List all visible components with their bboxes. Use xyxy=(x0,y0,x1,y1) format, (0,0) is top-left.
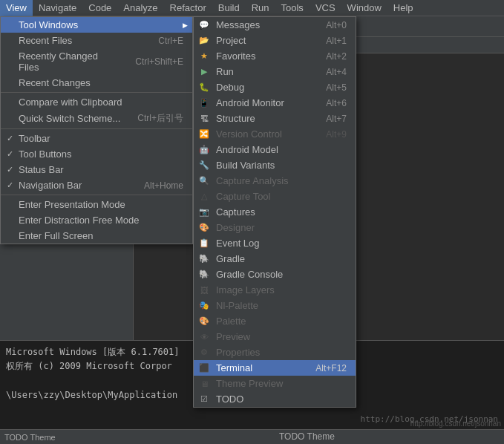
view-menu-tool-windows[interactable]: Tool Windows xyxy=(1,17,192,33)
tw-capture-tool[interactable]: △ Capture Tool xyxy=(194,189,356,204)
view-menu-presentation-mode[interactable]: Enter Presentation Mode xyxy=(1,197,192,212)
tw-image-layers-icon: 🖼 xyxy=(198,284,210,296)
tw-version-control[interactable]: 🔀 Version Control Alt+9 xyxy=(194,126,356,142)
status-text: TODO Theme xyxy=(4,433,56,442)
tw-terminal-icon: ⬛ xyxy=(198,362,210,374)
tw-favorites-shortcut: Alt+2 xyxy=(326,51,347,62)
menu-build[interactable]: Build xyxy=(212,0,246,16)
menu-vcs[interactable]: VCS xyxy=(310,0,341,16)
view-menu-recently-changed-label: Recently Changed Files xyxy=(19,50,120,73)
view-menu-sep3 xyxy=(1,195,192,195)
view-menu-compare-clipboard[interactable]: Compare with Clipboard xyxy=(1,94,192,110)
tw-messages-shortcut: Alt+0 xyxy=(326,20,347,30)
tw-terminal-shortcut: Alt+F12 xyxy=(315,363,347,373)
tw-android-monitor-shortcut: Alt+6 xyxy=(326,98,347,108)
tw-messages[interactable]: 💬 Messages Alt+0 xyxy=(194,17,356,33)
view-menu-navigation-bar[interactable]: Navigation Bar Alt+Home xyxy=(1,177,192,193)
menu-window[interactable]: Window xyxy=(341,0,387,16)
view-menu-recent-files-shortcut: Ctrl+E xyxy=(158,36,183,46)
tw-run[interactable]: ▶ Run Alt+4 xyxy=(194,64,356,79)
tw-capture-tool-icon: △ xyxy=(198,191,210,203)
tw-messages-icon: 💬 xyxy=(198,19,210,31)
tw-event-log-icon: 📋 xyxy=(198,238,210,249)
tw-designer-icon: 🎨 xyxy=(198,222,210,234)
tw-nl-palette-icon: 🎭 xyxy=(198,300,210,312)
tw-build-variants[interactable]: 🔧 Build Variants xyxy=(194,157,356,173)
view-menu-tool-windows-label: Tool Windows xyxy=(19,19,78,30)
tw-android-monitor-label: Android Monitor xyxy=(216,97,284,108)
tw-capture-tool-label: Capture Tool xyxy=(216,191,270,202)
view-menu-recently-changed[interactable]: Recently Changed Files Ctrl+Shift+E xyxy=(1,48,192,75)
menu-run[interactable]: Run xyxy=(246,0,275,16)
view-menu-distraction-free[interactable]: Enter Distraction Free Mode xyxy=(1,212,192,228)
view-menu-full-screen[interactable]: Enter Full Screen xyxy=(1,228,192,244)
tw-theme-preview[interactable]: 🖥 Theme Preview xyxy=(194,376,356,391)
tw-favorites[interactable]: ★ Favorites Alt+2 xyxy=(194,48,356,64)
view-menu-compare-clipboard-label: Compare with Clipboard xyxy=(19,97,122,108)
tw-palette-icon: 🎨 xyxy=(198,316,210,327)
tw-run-shortcut: Alt+4 xyxy=(326,67,347,77)
tw-structure-icon: 🏗 xyxy=(198,113,210,125)
tw-project-icon: 📂 xyxy=(198,35,210,47)
view-menu-toolbar-label: Toolbar xyxy=(19,133,50,144)
tw-android-model[interactable]: 🤖 Android Model xyxy=(194,142,356,157)
tw-gradle[interactable]: 🐘 Gradle xyxy=(194,251,356,267)
view-menu-dropdown: Tool Windows Recent Files Ctrl+E Recentl… xyxy=(0,16,193,244)
tw-structure-shortcut: Alt+7 xyxy=(326,114,347,124)
tw-android-monitor[interactable]: 📱 Android Monitor Alt+6 xyxy=(194,95,356,111)
tw-image-layers-label: Image Layers xyxy=(216,284,275,296)
view-menu-recently-changed-shortcut: Ctrl+Shift+E xyxy=(135,56,183,67)
menu-navigate[interactable]: Navigate xyxy=(33,0,82,16)
tw-debug-label: Debug xyxy=(216,82,244,93)
tw-captures[interactable]: 📷 Captures xyxy=(194,204,356,220)
tw-image-layers[interactable]: 🖼 Image Layers xyxy=(194,282,356,298)
tw-todo-icon: ☑ xyxy=(198,394,210,405)
tw-todo[interactable]: ☑ TODO xyxy=(194,391,356,407)
tw-android-model-icon: 🤖 xyxy=(198,144,210,156)
tw-designer[interactable]: 🎨 Designer xyxy=(194,220,356,235)
menu-tools[interactable]: Tools xyxy=(275,0,310,16)
tw-terminal-label: Terminal xyxy=(216,362,252,373)
tw-debug[interactable]: 🐛 Debug Alt+5 xyxy=(194,79,356,95)
view-menu-quick-switch[interactable]: Quick Switch Scheme... Ctrl+后引号 xyxy=(1,110,192,127)
status-bar: TODO Theme xyxy=(0,429,504,444)
tw-palette[interactable]: 🎨 Palette xyxy=(194,313,356,329)
tw-structure[interactable]: 🏗 Structure Alt+7 xyxy=(194,111,356,126)
tw-properties-label: Properties xyxy=(216,347,260,358)
tw-run-icon: ▶ xyxy=(198,66,210,78)
tw-palette-label: Palette xyxy=(216,316,246,327)
tw-terminal[interactable]: ⬛ Terminal Alt+F12 xyxy=(194,360,356,376)
watermark-text: http://blog.csdn.net/jsonnan xyxy=(410,419,501,428)
tw-nl-palette[interactable]: 🎭 Nl-Palette xyxy=(194,298,356,313)
tw-run-label: Run xyxy=(216,66,234,77)
menu-help[interactable]: Help xyxy=(387,0,419,16)
tw-capture-analysis[interactable]: 🔍 Capture Analysis xyxy=(194,173,356,189)
tw-capture-analysis-icon: 🔍 xyxy=(198,175,210,187)
tw-event-log[interactable]: 📋 Event Log xyxy=(194,235,356,251)
tw-theme-preview-label: Theme Preview xyxy=(216,378,283,389)
menu-analyze[interactable]: Analyze xyxy=(117,0,163,16)
view-menu-sep2 xyxy=(1,128,192,129)
tw-version-control-shortcut: Alt+9 xyxy=(326,129,347,140)
tw-preview[interactable]: 👁 Preview xyxy=(194,329,356,345)
menu-code[interactable]: Code xyxy=(82,0,117,16)
tw-theme-preview-icon: 🖥 xyxy=(198,378,210,390)
view-menu-toolbar[interactable]: Toolbar xyxy=(1,131,192,146)
tw-gradle-console[interactable]: 🐘 Gradle Console xyxy=(194,267,356,282)
view-menu-navigation-bar-shortcut: Alt+Home xyxy=(144,180,183,191)
tw-project[interactable]: 📂 Project Alt+1 xyxy=(194,33,356,48)
view-menu-navigation-bar-label: Navigation Bar xyxy=(19,180,82,191)
toolwindows-submenu: 💬 Messages Alt+0 📂 Project Alt+1 ★ Favor… xyxy=(193,16,356,408)
view-menu-tool-buttons[interactable]: Tool Buttons xyxy=(1,146,192,162)
view-menu-recent-files[interactable]: Recent Files Ctrl+E xyxy=(1,33,192,48)
tw-properties[interactable]: ⚙ Properties xyxy=(194,345,356,360)
view-menu-recent-changes[interactable]: Recent Changes xyxy=(1,75,192,91)
menu-view[interactable]: View xyxy=(0,0,33,16)
menu-refactor[interactable]: Refactor xyxy=(164,0,212,16)
view-menu-quick-switch-shortcut: Ctrl+后引号 xyxy=(137,112,183,125)
view-menu-tool-buttons-label: Tool Buttons xyxy=(19,148,72,160)
tw-favorites-icon: ★ xyxy=(198,50,210,62)
tw-gradle-console-label: Gradle Console xyxy=(216,269,283,280)
view-menu-status-bar[interactable]: Status Bar xyxy=(1,162,192,177)
view-menu-presentation-mode-label: Enter Presentation Mode xyxy=(19,199,125,210)
